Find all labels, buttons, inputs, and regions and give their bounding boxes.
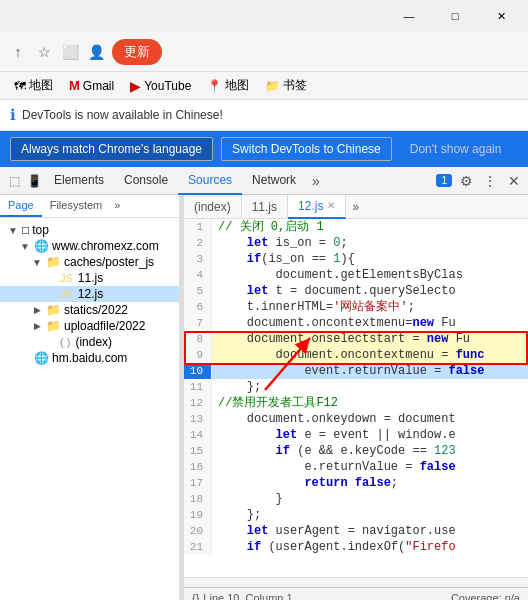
match-language-button[interactable]: Always match Chrome's language [10, 137, 213, 161]
more-editor-tabs-icon[interactable]: » [346, 198, 365, 216]
gmail-icon: M [69, 78, 80, 93]
line-num-12: 12 [184, 395, 212, 411]
tab-filesystem[interactable]: Filesystem [42, 195, 111, 217]
notification-text: DevTools is now available in Chinese! [22, 108, 223, 122]
bookmark-ditu1[interactable]: 🗺 地图 [8, 75, 59, 96]
tree-item-statics[interactable]: ▶ 📁 statics/2022 [0, 302, 179, 318]
folder-icon-uploadfile: 📁 [46, 319, 61, 333]
editor-tab-index[interactable]: (index) [184, 195, 242, 219]
tree-item-index[interactable]: ( ) (index) [0, 334, 179, 350]
tree-item-chromexz[interactable]: ▼ 🌐 www.chromexz.com [0, 238, 179, 254]
lang-banner: Always match Chrome's language Switch De… [0, 131, 528, 167]
status-position: Line 10, Column 1 [203, 592, 292, 601]
editor-tab-label-12js: 12.js [298, 199, 323, 213]
code-text-14: let e = event || window.e [218, 427, 456, 443]
folder-icon: 📁 [265, 79, 280, 93]
bookmark-folder[interactable]: 📁 书签 [259, 75, 313, 96]
tree-item-caches[interactable]: ▼ 📁 caches/poster_js [0, 254, 179, 270]
bookmark-label-ditu1: 地图 [29, 77, 53, 94]
customize-icon[interactable]: ⋮ [480, 171, 500, 191]
code-text-11: }; [218, 379, 261, 395]
editor-tab-label-11js: 11.js [252, 200, 277, 214]
update-button[interactable]: 更新 [112, 39, 162, 65]
tab-elements[interactable]: Elements [44, 167, 114, 195]
js-icon-11js: JS [60, 272, 73, 284]
code-text-6: t.innerHTML='网站备案中'; [218, 299, 415, 315]
tree-item-12js[interactable]: JS 12.js [0, 286, 179, 302]
code-text-2: let is_on = 0; [218, 235, 348, 251]
tree-item-11js[interactable]: JS 11.js [0, 270, 179, 286]
bookmarks-bar: 🗺 地图 M Gmail ▶ YouTube 📍 地图 📁 书签 [0, 72, 528, 100]
more-source-tabs-icon[interactable]: » [110, 195, 124, 217]
bookmark-label-youtube: YouTube [144, 79, 191, 93]
sources-sidebar: Page Filesystem » ▼ □ top ▼ 🌐 www.chrome… [0, 195, 180, 600]
folder-icon-statics: 📁 [46, 303, 61, 317]
close-devtools-icon[interactable]: ✕ [504, 171, 524, 191]
line-num-8: 8 [184, 331, 212, 347]
device-icon[interactable]: 📱 [24, 171, 44, 191]
tree-label-index: (index) [75, 335, 112, 349]
curly-braces-icon[interactable]: {} [192, 592, 199, 601]
code-line-15: 15 if (e && e.keyCode == 123 [184, 443, 528, 459]
bookmark-label-folder: 书签 [283, 77, 307, 94]
code-text-13: document.onkeydown = document [218, 411, 456, 427]
tab-console[interactable]: Console [114, 167, 178, 195]
line-num-7: 7 [184, 315, 212, 331]
tree-item-uploadfile[interactable]: ▶ 📁 uploadfile/2022 [0, 318, 179, 334]
line-num-5: 5 [184, 283, 212, 299]
code-line-14: 14 let e = event || window.e [184, 427, 528, 443]
status-bar: {} Line 10, Column 1 Coverage: n/a [184, 587, 528, 600]
line-num-15: 15 [184, 443, 212, 459]
bookmark-gmail[interactable]: M Gmail [63, 76, 120, 95]
bookmark-label-gmail: Gmail [83, 79, 114, 93]
close-button[interactable]: ✕ [478, 0, 524, 32]
devtools-content: Page Filesystem » ▼ □ top ▼ 🌐 www.chrome… [0, 195, 528, 600]
bookmark-youtube[interactable]: ▶ YouTube [124, 76, 197, 96]
tree-label-caches: caches/poster_js [64, 255, 154, 269]
tree-item-baidu[interactable]: 🌐 hm.baidu.com [0, 350, 179, 366]
dismiss-button[interactable]: Don't show again [400, 138, 512, 160]
share-icon[interactable]: ↑ [8, 42, 28, 62]
tab-page[interactable]: Page [0, 195, 42, 217]
close-tab-icon[interactable]: ✕ [327, 200, 335, 211]
code-line-20: 20 let userAgent = navigator.use [184, 523, 528, 539]
code-text-19: }; [218, 507, 261, 523]
tab-network[interactable]: Network [242, 167, 306, 195]
tab-sources[interactable]: Sources [178, 167, 242, 195]
line-num-19: 19 [184, 507, 212, 523]
tree-arrow-uploadfile: ▶ [31, 321, 43, 331]
editor-tab-12js[interactable]: 12.js ✕ [288, 195, 346, 219]
code-area[interactable]: 1 // 关闭 0,启动 1 2 let is_on = 0; 3 if(is_… [184, 219, 528, 577]
tree-item-top[interactable]: ▼ □ top [0, 222, 179, 238]
horizontal-scrollbar[interactable] [184, 577, 528, 587]
settings-icon[interactable]: ⚙ [456, 171, 476, 191]
switch-to-chinese-button[interactable]: Switch DevTools to Chinese [221, 137, 392, 161]
minimize-button[interactable]: — [386, 0, 432, 32]
code-line-4: 4 document.getElementsByClas [184, 267, 528, 283]
code-line-3: 3 if(is_on == 1){ [184, 251, 528, 267]
code-line-19: 19 }; [184, 507, 528, 523]
editor-tabs: (index) 11.js 12.js ✕ » [184, 195, 528, 219]
line-num-20: 20 [184, 523, 212, 539]
code-line-13: 13 document.onkeydown = document [184, 411, 528, 427]
editor-tab-11js[interactable]: 11.js [242, 195, 288, 219]
pip-icon[interactable]: ⬜ [60, 42, 80, 62]
code-line-6: 6 t.innerHTML='网站备案中'; [184, 299, 528, 315]
info-icon: ℹ [10, 106, 16, 124]
code-text-15: if (e && e.keyCode == 123 [218, 443, 456, 459]
code-text-17: return false; [218, 475, 398, 491]
code-line-2: 2 let is_on = 0; [184, 235, 528, 251]
bookmark-ditu2[interactable]: 📍 地图 [201, 75, 255, 96]
star-icon[interactable]: ☆ [34, 42, 54, 62]
inspect-icon[interactable]: ⬚ [4, 171, 24, 191]
browser-toolbar: ↑ ☆ ⬜ 👤 更新 [0, 32, 528, 72]
maximize-button[interactable]: □ [432, 0, 478, 32]
line-num-10: 10 [184, 363, 212, 379]
youtube-icon: ▶ [130, 78, 141, 94]
tree-arrow-statics: ▶ [31, 305, 43, 315]
code-line-8: 8 document.onselectstart = new Fu [184, 331, 528, 347]
map-icon1: 🗺 [14, 79, 26, 93]
account-icon[interactable]: 👤 [86, 42, 106, 62]
line-num-9: 9 [184, 347, 212, 363]
more-tabs-icon[interactable]: » [306, 171, 326, 191]
